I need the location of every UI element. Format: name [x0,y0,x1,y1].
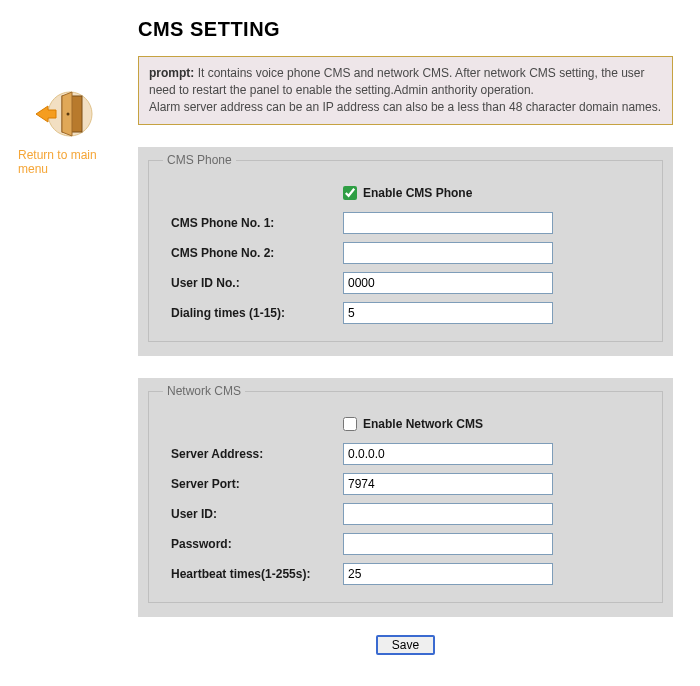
cms-phone-legend: CMS Phone [163,153,236,167]
enable-cms-phone-checkbox[interactable] [343,186,357,200]
server-address-label: Server Address: [163,447,343,461]
cms-userid-row: User ID No.: [163,271,648,295]
svg-point-3 [67,113,70,116]
enable-network-cms-checkbox[interactable] [343,417,357,431]
cms-setting-page: CMS SETTING Return to main menu prompt: … [0,0,700,686]
net-password-input[interactable] [343,533,553,555]
cms-phone1-label: CMS Phone No. 1: [163,216,343,230]
server-port-input[interactable] [343,473,553,495]
prompt-box: prompt: It contains voice phone CMS and … [138,56,673,125]
net-password-label: Password: [163,537,343,551]
server-port-label: Server Port: [163,477,343,491]
cms-phone-fieldset: CMS Phone Enable CMS Phone CMS Phone No.… [148,153,663,342]
enable-cms-phone-row: Enable CMS Phone [163,181,648,205]
network-cms-panel: Network CMS Enable Network CMS Server Ad… [138,378,673,617]
cms-phone2-row: CMS Phone No. 2: [163,241,648,265]
save-button[interactable]: Save [376,635,435,655]
cms-phone-panel: CMS Phone Enable CMS Phone CMS Phone No.… [138,147,673,356]
page-title: CMS SETTING [138,18,280,41]
door-exit-icon [32,84,96,144]
side-nav: Return to main menu [14,84,110,176]
save-row: Save [138,635,673,655]
cms-userid-input[interactable] [343,272,553,294]
content-area: prompt: It contains voice phone CMS and … [138,56,673,655]
heartbeat-row: Heartbeat times(1-255s): [163,562,648,586]
prompt-text: It contains voice phone CMS and network … [149,66,661,114]
cms-dialing-row: Dialing times (1-15): [163,301,648,325]
net-userid-row: User ID: [163,502,648,526]
cms-phone2-label: CMS Phone No. 2: [163,246,343,260]
prompt-label: prompt: [149,66,194,80]
return-main-menu-label[interactable]: Return to main menu [18,148,110,176]
enable-network-cms-row: Enable Network CMS [163,412,648,436]
cms-phone2-input[interactable] [343,242,553,264]
cms-dialing-label: Dialing times (1-15): [163,306,343,320]
network-cms-legend: Network CMS [163,384,245,398]
net-userid-input[interactable] [343,503,553,525]
cms-phone1-input[interactable] [343,212,553,234]
cms-phone1-row: CMS Phone No. 1: [163,211,648,235]
net-password-row: Password: [163,532,648,556]
enable-cms-phone-label[interactable]: Enable CMS Phone [363,186,472,200]
net-userid-label: User ID: [163,507,343,521]
network-cms-fieldset: Network CMS Enable Network CMS Server Ad… [148,384,663,603]
return-main-menu-link[interactable] [18,84,110,144]
enable-network-cms-label[interactable]: Enable Network CMS [363,417,483,431]
heartbeat-label: Heartbeat times(1-255s): [163,567,343,581]
cms-userid-label: User ID No.: [163,276,343,290]
server-port-row: Server Port: [163,472,648,496]
server-address-row: Server Address: [163,442,648,466]
cms-dialing-input[interactable] [343,302,553,324]
heartbeat-input[interactable] [343,563,553,585]
server-address-input[interactable] [343,443,553,465]
